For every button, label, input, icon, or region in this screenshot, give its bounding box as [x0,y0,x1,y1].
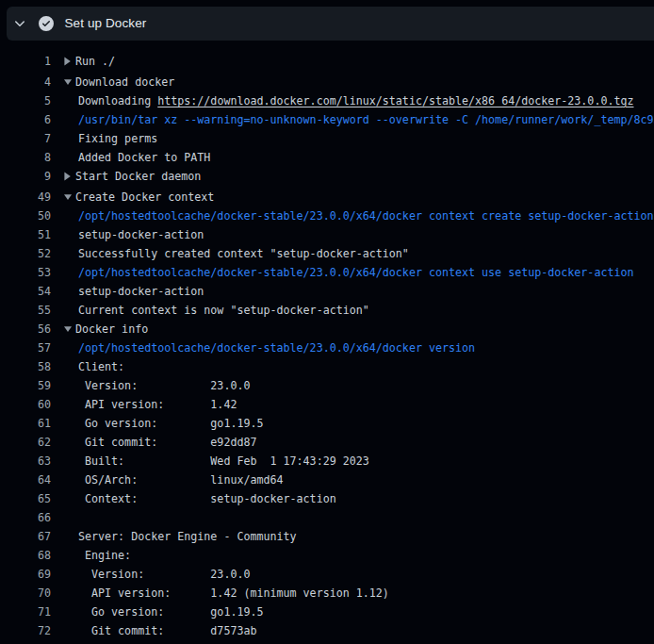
log-row: 59 Version: 23.0.0 [0,376,654,395]
log-row: 66 [0,508,654,527]
line-content: Git commit: d7573ab [78,624,256,637]
line-number[interactable]: 70 [0,586,51,600]
triangle-down-icon[interactable] [64,325,72,333]
log-row: 64 OS/Arch: linux/amd64 [0,471,654,489]
line-number[interactable]: 55 [0,304,51,317]
triangle-right-icon[interactable] [64,172,72,181]
log-row: 62 Git commit: e92dd87 [0,433,654,452]
line-content: Current context is now "setup-docker-act… [78,304,369,317]
triangle-right-icon[interactable] [64,57,72,66]
log-row: 65 Context: setup-docker-action [0,489,654,508]
line-content[interactable]: Docker info [64,322,148,336]
log-row: 6/usr/bin/tar xz --warning=no-unknown-ke… [0,110,654,129]
line-content: setup-docker-action [78,228,204,241]
line-number[interactable]: 60 [0,398,51,411]
line-number[interactable]: 54 [0,285,51,298]
line-number[interactable]: 49 [0,190,51,204]
line-number[interactable]: 50 [0,209,51,223]
log-row: 68 Engine: [0,546,654,565]
line-number[interactable]: 5 [0,94,51,107]
line-content: Client: [78,360,124,373]
log-row: 51setup-docker-action [0,225,654,244]
line-number[interactable]: 72 [0,624,51,637]
line-content: Fixing perms [78,132,157,145]
line-content: Go version: go1.19.5 [78,605,264,619]
line-content: API version: 1.42 (minimum version 1.12) [78,586,389,600]
line-number[interactable]: 52 [0,247,51,260]
line-content: Server: Docker Engine - Community [78,530,297,543]
line-number[interactable]: 7 [0,132,51,145]
line-content: Go version: go1.19.5 [78,417,264,430]
log-row: 70 API version: 1.42 (minimum version 1.… [0,584,654,603]
line-content: Built: Wed Feb 1 17:43:29 2023 [78,454,369,468]
group-title: Run ./ [75,55,115,68]
line-content: /usr/bin/tar xz --warning=no-unknown-key… [78,113,654,126]
line-number[interactable]: 51 [0,228,51,241]
log-row: 72 Git commit: d7573ab [0,621,654,640]
line-number[interactable]: 6 [0,113,51,126]
line-content[interactable]: Run ./ [64,55,115,68]
log-row: 67Server: Docker Engine - Community [0,527,654,546]
line-content[interactable]: Create Docker context [64,190,214,204]
line-content[interactable]: Start Docker daemon [64,170,201,183]
line-number[interactable]: 66 [0,511,51,524]
log-group-row: 56Docker info [0,320,654,339]
log-row: 50/opt/hostedtoolcache/docker-stable/23.… [0,206,654,225]
log-row: 60 API version: 1.42 [0,395,654,414]
line-number[interactable]: 58 [0,360,51,373]
log-row: 55Current context is now "setup-docker-a… [0,301,654,320]
chevron-down-icon[interactable] [12,16,27,31]
step-title: Set up Docker [65,16,147,30]
log-row: 8Added Docker to PATH [0,148,654,167]
line-number[interactable]: 68 [0,549,51,562]
log-group-row: 1Run ./ [0,52,654,71]
line-number[interactable]: 65 [0,492,51,505]
line-number[interactable]: 69 [0,568,51,581]
line-number[interactable]: 67 [0,530,51,543]
line-content: Version: 23.0.0 [78,379,250,392]
triangle-down-icon[interactable] [64,193,72,201]
line-content: Engine: [78,549,131,562]
line-number[interactable]: 9 [0,170,51,183]
line-content: Git commit: e92dd87 [78,436,256,449]
line-number[interactable]: 63 [0,454,51,468]
line-content: Version: 23.0.0 [78,568,250,581]
check-circle-icon [39,16,54,31]
line-content: OS/Arch: linux/amd64 [78,473,284,487]
log-row: 61 Go version: go1.19.5 [0,414,654,433]
group-title: Create Docker context [75,190,214,204]
actions-log-page: Set up Docker 1Run ./4Download docker5Do… [0,0,654,644]
step-header[interactable]: Set up Docker [7,7,654,41]
line-number[interactable]: 53 [0,266,51,279]
triangle-down-icon[interactable] [64,78,72,86]
log-link[interactable]: https://download.docker.com/linux/static… [157,94,633,107]
line-content: API version: 1.42 [78,398,237,411]
log-row: 53/opt/hostedtoolcache/docker-stable/23.… [0,263,654,282]
log-row: 71 Go version: go1.19.5 [0,603,654,621]
line-number[interactable]: 62 [0,436,51,449]
line-content: Added Docker to PATH [78,151,210,164]
line-content: /opt/hostedtoolcache/docker-stable/23.0.… [78,209,654,223]
line-number[interactable]: 56 [0,322,51,336]
log-row: 7Fixing perms [0,129,654,148]
line-number[interactable]: 57 [0,341,51,355]
log-row: 63 Built: Wed Feb 1 17:43:29 2023 [0,452,654,471]
line-number[interactable]: 8 [0,151,51,164]
line-content[interactable]: Download docker [64,75,174,89]
log-group-row: 49Create Docker context [0,188,654,206]
line-content: Successfully created context "setup-dock… [78,247,409,260]
line-content: /opt/hostedtoolcache/docker-stable/23.0.… [78,341,475,355]
log-text: Downloading [78,94,157,107]
log-row: 52Successfully created context "setup-do… [0,244,654,263]
line-number[interactable]: 71 [0,605,51,619]
line-number[interactable]: 1 [0,55,51,68]
line-number[interactable]: 64 [0,473,51,487]
group-title: Docker info [75,322,148,336]
line-number[interactable]: 4 [0,75,51,89]
line-number[interactable]: 61 [0,417,51,430]
group-title: Start Docker daemon [75,170,201,183]
log-group-row: 9Start Docker daemon [0,167,654,186]
line-number[interactable]: 59 [0,379,51,392]
line-content: Context: setup-docker-action [78,492,336,505]
log-row: 69 Version: 23.0.0 [0,565,654,584]
